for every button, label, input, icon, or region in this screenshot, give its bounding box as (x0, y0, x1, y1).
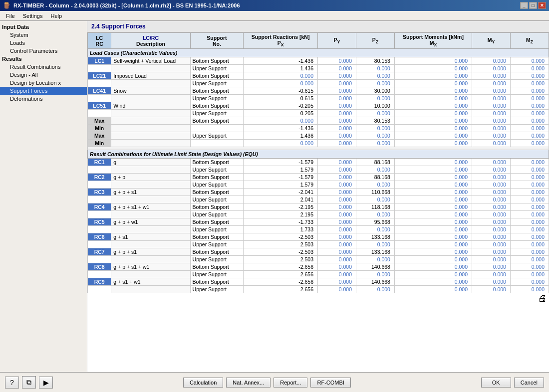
cell-value: 0.000 (472, 271, 510, 278)
sidebar-item-design-by-location[interactable]: Design by Location x (0, 79, 87, 87)
col-header-support-no: Support No. (190, 33, 244, 49)
cell-value: 0.000 (510, 110, 549, 117)
cell-description: g + s1 + w1 (111, 278, 190, 286)
help-button[interactable]: ? (5, 377, 19, 389)
cell-value: 2.195 (244, 211, 318, 218)
minimize-button[interactable]: _ (520, 2, 528, 9)
cell-support: Upper Support (190, 196, 244, 203)
cell-value: 88.168 (356, 174, 394, 181)
sidebar-item-result-combinations[interactable]: Result Combinations (0, 63, 87, 71)
cell-value: 0.000 (318, 110, 356, 117)
table-row: Min -1.436 0.000 0.000 0.000 0.000 0.000 (88, 125, 549, 132)
lc-empty (88, 286, 111, 293)
window-title: RX-TIMBER - Column - 2.04.0003 (32bit) -… (13, 2, 240, 8)
sidebar-item-system[interactable]: System (0, 31, 87, 39)
sidebar-item-support-forces[interactable]: Support Forces (0, 87, 87, 95)
table-row: Upper Support 2.656 0.000 0.000 0.000 0.… (88, 271, 549, 278)
cell-value: 0.000 (472, 117, 510, 125)
table-row: Upper Support 2.041 0.000 0.000 0.000 0.… (88, 196, 549, 203)
cell-value: -0.205 (244, 102, 318, 110)
cell-description (111, 271, 190, 278)
cell-value: 0.000 (394, 102, 472, 110)
cell-value: 0.000 (318, 263, 356, 271)
cell-value: 0.000 (394, 233, 472, 241)
lc-empty (88, 181, 111, 189)
menu-file[interactable]: File (2, 12, 19, 20)
cell-value: 95.668 (356, 218, 394, 226)
lc-empty (88, 196, 111, 203)
table-row: LC1 Self-weight + Vertical Load Bottom S… (88, 57, 549, 65)
sidebar-item-input-data[interactable]: Input Data (0, 23, 87, 31)
cell-value: 0.000 (510, 72, 549, 80)
cell-support: Upper Support (190, 286, 244, 293)
table-container[interactable]: LC RC LC/RC Description Support No. Su (87, 32, 549, 372)
report-button[interactable]: Report... (274, 378, 307, 388)
main-container: Input Data System Loads Control Paramete… (0, 21, 549, 372)
cancel-button[interactable]: Cancel (514, 378, 544, 388)
calculation-button[interactable]: Calculation (183, 378, 223, 388)
cell-support: Upper Support (190, 211, 244, 218)
cell-value: 0.000 (318, 226, 356, 233)
rf-combi-button[interactable]: RF-COMBI (310, 378, 350, 388)
cell-support: Upper Support (190, 226, 244, 233)
cell-value: 0.000 (244, 117, 318, 125)
lc-empty (88, 110, 111, 117)
cell-value: -1.436 (244, 57, 318, 65)
cell-value: 133.168 (356, 248, 394, 256)
cell-value: 0.000 (472, 226, 510, 233)
lc-empty (88, 211, 111, 218)
cell-support: Bottom Support (190, 189, 244, 196)
menu-settings[interactable]: Settings (19, 12, 47, 20)
cell-value: 0.000 (394, 57, 472, 65)
sidebar-item-design-all[interactable]: Design - All (0, 71, 87, 79)
col-header-description: LC/RC Description (111, 33, 190, 49)
print-icon[interactable]: 🖨 (538, 293, 547, 303)
cell-description: g (111, 159, 190, 166)
window-controls: _ □ ✕ (520, 2, 546, 9)
cell-support: Bottom Support (190, 278, 244, 286)
cell-value: 0.000 (394, 263, 472, 271)
ok-button[interactable]: OK (481, 378, 511, 388)
lc-label: RC7 (88, 248, 111, 256)
support-forces-table: LC RC LC/RC Description Support No. Su (87, 32, 549, 293)
cell-value: 0.000 (510, 95, 549, 102)
cell-value: 0.000 (318, 65, 356, 72)
cell-value: 0.000 (472, 211, 510, 218)
cell-value: 2.041 (244, 196, 318, 203)
cell-value: -2.503 (244, 248, 318, 256)
maximize-button[interactable]: □ (529, 2, 537, 9)
cell-value: 0.000 (318, 248, 356, 256)
cell-value: 0.000 (244, 72, 318, 80)
cell-value: 0.000 (472, 140, 510, 147)
lc-empty (88, 166, 111, 174)
cell-value: 0.000 (356, 95, 394, 102)
cell-value: 0.000 (394, 271, 472, 278)
arrow-button[interactable]: ▶ (39, 377, 53, 389)
cell-value: 1.733 (244, 226, 318, 233)
lc-label: RC9 (88, 278, 111, 286)
cell-value: 0.000 (356, 196, 394, 203)
sidebar-item-loads[interactable]: Loads (0, 39, 87, 47)
nat-annex-button[interactable]: Nat. Annex... (226, 378, 271, 388)
cell-value: 0.000 (394, 174, 472, 181)
table-row: Upper Support 0.615 0.000 0.000 0.000 0.… (88, 95, 549, 102)
cell-value: -1.579 (244, 174, 318, 181)
sidebar-item-deformations[interactable]: Deformations (0, 95, 87, 103)
cell-value: 0.000 (472, 278, 510, 286)
cell-value: 10.000 (356, 102, 394, 110)
cell-support: Bottom Support (190, 102, 244, 110)
cell-value: 1.579 (244, 181, 318, 189)
cell-value: 2.503 (244, 241, 318, 248)
table-row: Max Bottom Support 0.000 0.000 80.153 0.… (88, 117, 549, 125)
cell-value: 0.000 (394, 110, 472, 117)
cell-value: 0.000 (318, 87, 356, 95)
cell-value: 0.000 (318, 159, 356, 166)
close-button[interactable]: ✕ (538, 2, 546, 9)
lc-label: LC21 (88, 72, 111, 80)
sidebar-item-control-parameters[interactable]: Control Parameters (0, 47, 87, 55)
copy-button[interactable]: ⧉ (22, 376, 36, 389)
lc-empty (88, 95, 111, 102)
cell-support: Bottom Support (190, 117, 244, 125)
sidebar-item-results[interactable]: Results (0, 55, 87, 63)
menu-help[interactable]: Help (46, 12, 66, 20)
